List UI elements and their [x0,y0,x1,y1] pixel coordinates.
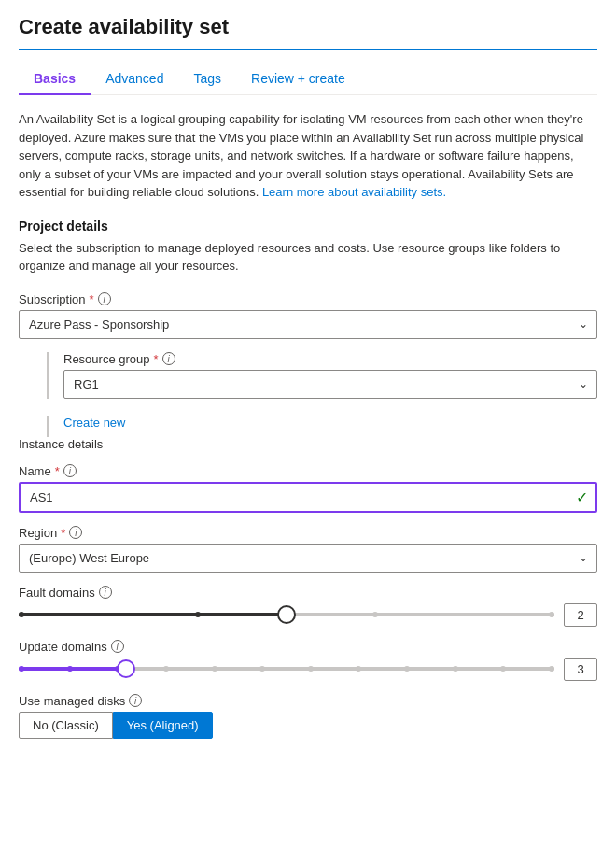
update-dot-6 [308,666,314,672]
page-title: Create availability set [19,15,597,50]
instance-details-label: Instance details [19,437,597,451]
update-domains-track-wrapper [19,659,554,678]
resource-group-select[interactable]: RG1 [63,370,597,399]
resource-group-info-icon[interactable]: i [162,352,175,365]
fault-dot-3 [549,612,554,617]
fault-domains-track [19,613,554,616]
intro-description: An Availability Set is a logical groupin… [19,110,597,202]
update-dot-11 [549,666,554,672]
update-domains-fill [19,667,126,671]
update-dot-9 [453,666,458,672]
tab-bar: Basics Advanced Tags Review + create [19,64,597,95]
name-required: * [55,464,60,478]
name-label: Name * i [19,464,597,478]
update-domains-group: Update domains i [19,640,597,681]
subscription-label: Subscription * i [19,292,597,306]
learn-more-link[interactable]: Learn more about availability sets. [262,185,446,199]
subscription-group: Subscription * i Azure Pass - Sponsorshi… [19,292,597,339]
managed-disks-yes-button[interactable]: Yes (Aligned) [113,712,213,739]
create-new-link[interactable]: Create new [47,416,125,437]
project-details-heading: Project details [19,219,597,234]
fault-domains-slider-container: 2 [19,603,597,627]
update-dot-10 [500,666,506,672]
fault-domains-thumb[interactable] [277,605,296,624]
update-dot-8 [404,666,410,672]
resource-group-indented: Resource group * i RG1 ⌄ [47,352,597,399]
project-details-section: Project details Select the subscription … [19,219,597,276]
fault-domains-group: Fault domains i 2 [19,586,597,627]
resource-group-required: * [154,352,159,366]
fault-domains-label: Fault domains i [19,586,597,600]
name-valid-icon: ✓ [576,489,588,506]
fault-domains-info-icon[interactable]: i [99,586,112,599]
fault-domains-fill [19,613,287,616]
update-domains-thumb[interactable] [117,659,135,678]
update-dot-5 [259,666,265,672]
name-input[interactable] [19,482,597,513]
fault-domains-track-wrapper [19,605,554,624]
resource-group-label: Resource group * i [63,352,597,366]
update-domains-slider-container: 3 [19,658,597,681]
fault-domains-value: 2 [564,603,597,627]
subscription-required: * [90,292,94,306]
managed-disks-label: Use managed disks i [19,694,597,708]
update-domains-info-icon[interactable]: i [111,640,124,653]
update-dot-4 [212,666,217,672]
resource-group-select-wrapper: RG1 ⌄ [63,370,597,399]
tab-tags[interactable]: Tags [178,64,236,95]
name-input-wrapper: ✓ [19,482,597,513]
tab-basics[interactable]: Basics [19,64,91,95]
name-info-icon[interactable]: i [63,464,77,477]
fault-dot-2 [372,612,378,617]
name-group: Name * i ✓ [19,464,597,513]
region-select[interactable]: (Europe) West Europe [19,544,597,573]
region-group: Region * i (Europe) West Europe ⌄ [19,526,597,573]
subscription-select-wrapper: Azure Pass - Sponsorship ⌄ [19,310,597,339]
update-domains-value: 3 [564,658,597,681]
managed-disks-toggle-group: No (Classic) Yes (Aligned) [19,712,597,739]
tab-advanced[interactable]: Advanced [91,64,178,95]
update-domains-track [19,667,554,671]
project-details-description: Select the subscription to manage deploy… [19,239,597,276]
region-info-icon[interactable]: i [69,526,82,539]
managed-disks-info-icon[interactable]: i [129,694,142,707]
update-dot-3 [163,666,169,672]
subscription-select[interactable]: Azure Pass - Sponsorship [19,310,597,339]
tab-review-create[interactable]: Review + create [236,64,360,95]
subscription-info-icon[interactable]: i [98,292,111,305]
resource-group-group: Resource group * i RG1 ⌄ [63,352,597,399]
update-domains-label: Update domains i [19,640,597,654]
managed-disks-group: Use managed disks i No (Classic) Yes (Al… [19,694,597,739]
region-label: Region * i [19,526,597,540]
region-required: * [61,526,65,540]
region-select-wrapper: (Europe) West Europe ⌄ [19,544,597,573]
update-dot-7 [356,666,361,672]
managed-disks-no-button[interactable]: No (Classic) [19,712,113,739]
